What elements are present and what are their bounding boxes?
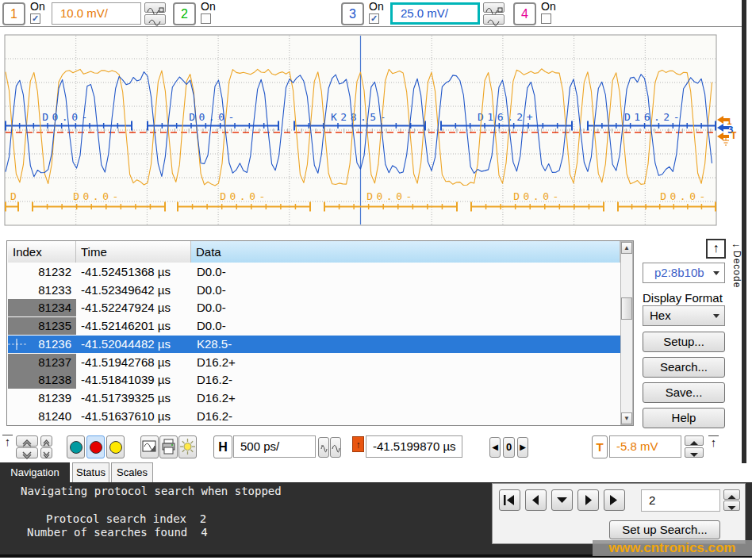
single-button[interactable] <box>106 435 125 458</box>
format-select[interactable]: Hex <box>643 305 725 326</box>
svg-text:D: D <box>10 190 20 202</box>
stop-button[interactable] <box>86 435 105 458</box>
nav-last-button[interactable] <box>604 489 625 511</box>
svg-text:D16.2-: D16.2- <box>624 111 683 123</box>
right-dark-bar <box>742 0 746 463</box>
decode-tab-label: Decode <box>731 251 742 288</box>
table-row[interactable]: 81237 -41.51942768 µs D16.2+ <box>8 354 620 371</box>
cell-data: D16.2+ <box>197 354 236 371</box>
panel-up-button[interactable]: ↑ <box>706 239 726 259</box>
bus-select[interactable]: p2:8b10b <box>643 263 725 283</box>
trigger-button[interactable]: T <box>592 435 608 458</box>
setup-button[interactable]: Setup... <box>643 332 725 352</box>
cell-data: D16.2- <box>197 371 232 389</box>
scale-up-button[interactable] <box>16 435 38 447</box>
cell-time: -41.52146201 µs <box>81 317 171 335</box>
screen-copy-icon <box>141 436 158 458</box>
run-icon <box>70 441 82 454</box>
table-row[interactable]: 81240 -41.51637610 µs D16.2- <box>8 408 620 425</box>
search-index-field[interactable]: 2 <box>641 489 720 512</box>
column-header-data[interactable]: Data <box>191 241 620 263</box>
up-arrow-icon: ↑ <box>356 439 361 451</box>
oscilloscope-app: 1 On ✓10.0 mV/ 2 On 3 On ✓25.0 mV/ 4 On … <box>0 0 752 560</box>
cell-data: D16.2- <box>197 408 232 425</box>
search-index-up[interactable] <box>723 489 740 500</box>
cell-index: 81233 <box>8 282 71 299</box>
table-row[interactable]: 81236 -41.52044482 µs K28.5- <box>8 336 620 353</box>
delay-left-button[interactable]: ◀ <box>489 437 501 458</box>
watermark: www.cntronics.com <box>593 540 752 556</box>
column-header-time[interactable]: Time <box>76 241 191 263</box>
waveform-display: D0.0-D0.0-K28.5-D16.2+D16.2-DD0.0-D0.0-D… <box>0 0 752 238</box>
timebase-field[interactable]: 500 ps/ <box>233 435 316 458</box>
nav-current-button[interactable] <box>551 489 573 511</box>
svg-text:D0.0-: D0.0- <box>220 190 269 202</box>
cell-index: 81232 <box>8 263 71 281</box>
cell-data: D0.0- <box>197 282 226 299</box>
trigger-level-field[interactable]: -5.8 mV <box>609 435 681 458</box>
table-row[interactable]: 81234 -41.52247924 µs D0.0- <box>8 299 620 316</box>
nav-first-button[interactable] <box>499 489 520 511</box>
table-row[interactable]: 81233 -41.52349642 µs D0.0- <box>8 282 620 299</box>
cell-time: -41.51637610 µs <box>81 408 171 425</box>
decode-listing-table[interactable]: IndexTimeData81232 -41.52451368 µs D0.0-… <box>6 240 634 426</box>
chevron-down-icon <box>713 314 719 318</box>
brightness-button[interactable] <box>178 435 197 458</box>
tab-navigation[interactable]: Navigation <box>0 462 70 482</box>
svg-text:D0.0-: D0.0- <box>366 190 416 202</box>
timebase-coarse-icon[interactable] <box>330 437 341 458</box>
timebase-fine-icon[interactable] <box>318 437 329 458</box>
delay-zero-button[interactable]: 0 <box>503 437 515 458</box>
trigger-marker-icon[interactable]: ↑ <box>708 435 719 449</box>
cell-data: D0.0- <box>197 299 226 316</box>
brightness-icon <box>179 436 196 458</box>
setup-search-button[interactable]: Set up Search... <box>609 520 720 539</box>
column-header-index[interactable]: Index <box>8 241 76 263</box>
nav-prev-button[interactable] <box>525 489 547 511</box>
delay-right-button[interactable]: ▶ <box>517 437 528 458</box>
scroll-up-button[interactable]: ▲ <box>621 242 632 254</box>
horizontal-button[interactable]: H <box>213 435 232 458</box>
cell-data: K28.5- <box>197 336 232 353</box>
cell-index: 81235 <box>8 317 71 335</box>
cell-time: -41.51739325 µs <box>81 389 171 407</box>
decode-panel-tab[interactable]: ←Decode <box>731 238 742 327</box>
screen-copy-button[interactable] <box>140 435 159 458</box>
svg-text:D0.0-: D0.0- <box>513 190 562 202</box>
table-row[interactable]: 81239 -41.51739325 µs D16.2+ <box>8 389 620 407</box>
cell-index: 81239 <box>8 389 71 407</box>
run-button[interactable] <box>67 435 85 458</box>
print-button[interactable] <box>159 435 178 458</box>
cell-time: -41.51942768 µs <box>81 354 171 371</box>
tab-status[interactable]: Status <box>72 462 109 482</box>
trigger-down-button[interactable] <box>685 447 704 458</box>
status-line-0: Navigating protocol search when stopped <box>21 485 282 497</box>
cell-time: -41.52451368 µs <box>81 263 171 281</box>
table-row[interactable]: 81235 -41.52146201 µs D0.0- <box>8 317 620 335</box>
cell-data: D16.2+ <box>197 389 236 407</box>
delay-marker-button[interactable]: ↑ <box>352 436 364 452</box>
cell-index: 81240 <box>8 408 71 425</box>
trigger-up-button[interactable] <box>685 435 704 446</box>
fine-down-button[interactable] <box>40 447 52 458</box>
table-row[interactable]: 81232 -41.52451368 µs D0.0- <box>8 263 620 281</box>
scroll-down-button[interactable]: ▼ <box>621 412 632 424</box>
help-button[interactable]: Help <box>643 408 725 428</box>
fine-up-button[interactable] <box>40 435 52 447</box>
save-button[interactable]: Save... <box>643 382 725 403</box>
cell-index: 81234 <box>8 299 71 316</box>
cell-data: D0.0- <box>197 317 226 335</box>
nav-next-button[interactable] <box>577 489 599 511</box>
delay-field[interactable]: -41.5199870 µs <box>366 435 462 458</box>
table-row[interactable]: 81238 -41.51841039 µs D16.2- <box>8 371 620 389</box>
tab-scales[interactable]: Scales <box>111 462 153 482</box>
status-line-1: Protocol search index 2 <box>46 512 206 525</box>
search-index-down[interactable] <box>723 501 740 511</box>
scale-down-button[interactable] <box>16 447 38 458</box>
move-up-icon[interactable]: ↑ <box>2 435 13 448</box>
cell-index: 81236 <box>8 336 71 353</box>
search-button[interactable]: Search... <box>643 357 725 378</box>
table-scrollbar[interactable]: ▲ ▼ <box>620 241 633 425</box>
scrollbar-thumb[interactable] <box>621 297 632 320</box>
svg-text:D16.2+: D16.2+ <box>478 111 536 123</box>
